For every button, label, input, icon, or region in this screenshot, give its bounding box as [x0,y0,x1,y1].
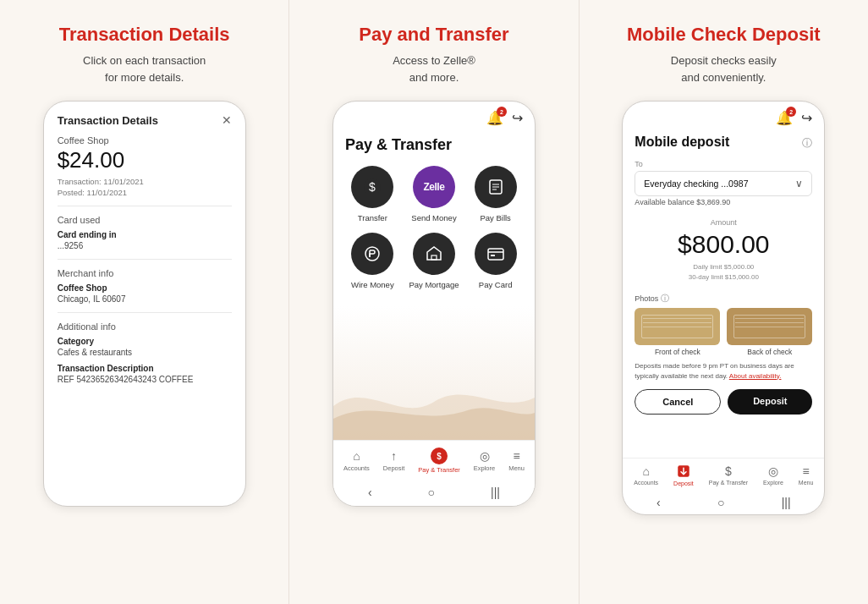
phone-mockup-1: Transaction Details ✕ Coffee Shop $24.00… [43,101,246,507]
dep-notification-icon[interactable]: 🔔 2 [776,110,793,126]
nav-accounts-label: Accounts [343,464,370,472]
transfer-icon: $ [351,166,393,208]
description-value: REF 54236526342643243 COFFEE [58,375,232,384]
dep-recents-button[interactable]: ||| [782,496,791,509]
home-icon: ⌂ [353,449,360,463]
dep-nav-accounts-label: Accounts [634,480,658,486]
dep-disclaimer: Deposits made before 9 pm PT on business… [635,361,812,380]
dep-monthly-limit: 30-day limit $15,000.00 [635,272,812,283]
pay-item-transfer[interactable]: $ Transfer [347,166,398,222]
dep-daily-limit: Daily limit $5,000.00 [635,262,812,272]
nav-menu[interactable]: ≡ Menu [508,449,525,472]
txn-card-section: Card used [58,215,232,225]
nav-pay-transfer[interactable]: $ Pay & Transfer [418,448,460,474]
transfer-label: Transfer [358,213,387,222]
dep-nav-accounts[interactable]: ⌂ Accounts [634,464,658,486]
pay-item-wire[interactable]: Wire Money [347,233,398,289]
pay-transfer-title: Pay & Transfer [333,131,535,166]
dep-account-name: Everyday checking ...0987 [644,178,748,189]
pay-mortgage-icon [413,233,455,275]
info-icon[interactable]: ⓘ [802,136,812,151]
dep-menu-icon: ≡ [802,464,809,478]
svg-rect-9 [488,249,503,260]
txn-card-title: Transaction Details [58,114,158,127]
description-label: Transaction Description [58,364,232,373]
pay-item-bills[interactable]: Pay Bills [470,166,521,222]
dep-page-title: Mobile deposit [635,135,729,150]
exit-icon[interactable]: ↪ [512,110,523,126]
txn-merchant-section: Merchant info [58,268,232,278]
pay-item-zelle[interactable]: Zelle Send Money [409,166,460,222]
explore-icon: ◎ [480,449,490,463]
pay-bills-icon [475,166,517,208]
panel3-subtitle: Deposit checks easilyand conveniently. [671,52,777,85]
dep-home-button[interactable]: ○ [717,496,724,509]
close-icon[interactable]: ✕ [222,113,232,127]
dep-exit-icon[interactable]: ↪ [801,110,812,126]
pay-transfer-nav-icon: $ [431,448,448,464]
nav-deposit[interactable]: ↑ Deposit [383,449,404,472]
zelle-icon: Zelle [413,166,455,208]
chevron-down-icon: ∨ [795,178,803,189]
dep-available-balance: Available balance $3,869.90 [635,198,812,206]
cancel-button[interactable]: Cancel [635,389,721,415]
nav-pay-label: Pay & Transfer [418,466,460,474]
nav-explore-label: Explore [474,464,495,472]
panel1-title: Transaction Details [59,24,230,46]
txn-amount: $24.00 [58,147,232,173]
android-nav-pay: ‹ ○ ||| [333,479,535,506]
home-button[interactable]: ○ [428,486,435,499]
merchant-address: Chicago, IL 60607 [58,294,232,304]
dep-back-check[interactable]: Back of check [727,308,812,356]
dep-amount-value: $800.00 [635,230,812,259]
dep-nav-deposit[interactable]: Deposit [673,464,694,486]
dep-nav-pay[interactable]: $ Pay & Transfer [709,464,748,486]
txn-merchant-name: Coffee Shop [58,135,232,146]
phone-mockup-3: 🔔 2 ↪ Mobile deposit ⓘ To Everyday check… [622,101,825,515]
pay-bills-label: Pay Bills [480,213,510,222]
txn-posted-date: Posted: 11/01/2021 [58,188,232,197]
dep-photos-label: Photos [635,294,658,303]
dep-nav-explore-label: Explore [763,480,783,486]
dep-amount-label: Amount [635,218,812,227]
back-button[interactable]: ‹ [368,486,372,499]
bottom-nav-pay: ⌂ Accounts ↑ Deposit $ Pay & Transfer ◎ … [333,440,535,479]
deposit-button[interactable]: Deposit [728,389,812,415]
panel2-subtitle: Access to Zelle®and more. [393,52,475,85]
panel-pay-transfer: Pay and Transfer Access to Zelle®and mor… [288,0,578,604]
panel2-title: Pay and Transfer [359,24,508,46]
dep-nav-menu[interactable]: ≡ Menu [799,464,814,486]
dep-amount-section: Amount $800.00 Daily limit $5,000.00 30-… [635,213,812,286]
pay-item-card[interactable]: Pay Card [470,233,521,289]
phone-mockup-2: 🔔 2 ↪ Pay & Transfer $ Transfer Zelle [332,101,536,507]
dep-account-selector[interactable]: Everyday checking ...0987 ∨ [635,171,812,196]
pay-card-label: Pay Card [479,280,513,289]
notification-bell-icon[interactable]: 🔔 2 [486,110,503,126]
wire-money-icon [351,233,393,275]
dep-back-button[interactable]: ‹ [656,496,661,509]
dep-explore-icon: ◎ [768,464,778,478]
dep-front-check[interactable]: Front of check [635,308,720,356]
dep-nav-explore[interactable]: ◎ Explore [763,464,783,486]
front-check-label: Front of check [655,348,700,356]
merchant-name-label: Coffee Shop [58,283,232,293]
dep-to-label: To [635,160,812,168]
back-check-image [727,308,812,345]
nav-explore[interactable]: ◎ Explore [474,449,495,472]
deposit-icon: ↑ [391,449,397,463]
panel-mobile-deposit: Mobile Check Deposit Deposit checks easi… [579,0,868,604]
availability-link[interactable]: About availability. [729,372,782,380]
dep-deposit-icon [676,464,691,479]
back-check-label: Back of check [747,348,792,356]
wire-money-label: Wire Money [351,280,394,289]
pay-item-mortgage[interactable]: Pay Mortgage [409,233,460,289]
category-value: Cafes & restaurants [58,348,232,357]
recents-button[interactable]: ||| [491,486,500,499]
nav-accounts[interactable]: ⌂ Accounts [343,449,370,472]
notification-badge: 2 [497,107,507,117]
pay-card-icon [475,233,517,275]
nav-menu-label: Menu [508,464,525,472]
svg-rect-11 [491,255,495,256]
panel-transaction-details: Transaction Details Click on each transa… [0,0,288,604]
zelle-label: Send Money [411,213,456,222]
